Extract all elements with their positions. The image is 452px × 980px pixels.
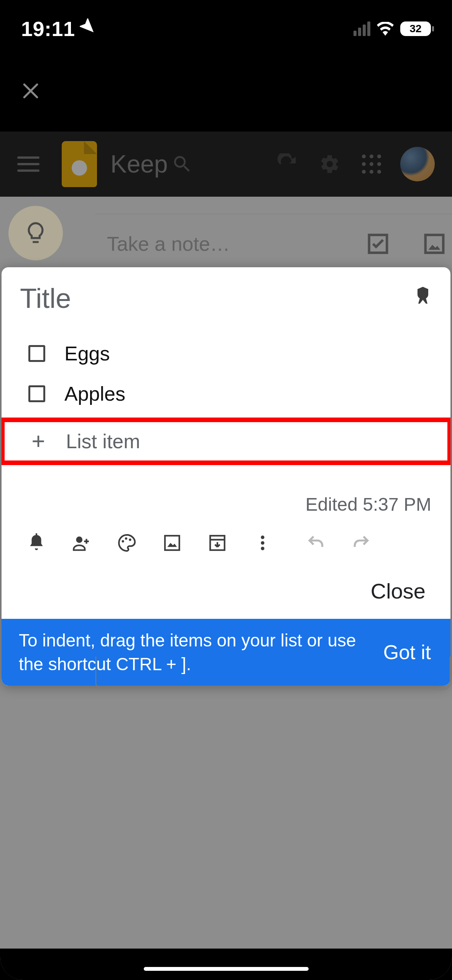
add-list-item-button[interactable]: List item — [15, 425, 437, 457]
checklist: Eggs Apples — [2, 333, 450, 414]
wifi-icon — [376, 22, 395, 36]
archive-icon[interactable] — [208, 533, 227, 552]
svg-point-2 — [76, 536, 82, 543]
svg-point-3 — [122, 540, 124, 543]
take-note-placeholder: Take a note… — [107, 232, 230, 255]
top-bar — [0, 50, 452, 132]
checklist-item-text[interactable]: Eggs — [64, 342, 110, 365]
svg-rect-6 — [165, 536, 179, 550]
svg-point-10 — [261, 547, 264, 550]
checkbox-icon[interactable] — [28, 385, 45, 402]
checklist-item[interactable]: Apples — [17, 373, 435, 414]
add-list-item-label: List item — [66, 430, 140, 453]
note-editor-card: Title Eggs Apples List item Edited 5:37 … — [2, 267, 450, 686]
svg-rect-1 — [426, 235, 444, 253]
menu-icon[interactable] — [17, 156, 39, 172]
new-image-note-icon[interactable] — [422, 232, 446, 256]
reminder-icon[interactable] — [27, 533, 46, 552]
checklist-item-text[interactable]: Apples — [64, 382, 125, 405]
note-toolbar — [2, 523, 450, 563]
search-icon[interactable] — [171, 153, 193, 175]
svg-point-4 — [125, 537, 127, 539]
home-indicator[interactable] — [144, 967, 309, 971]
svg-point-8 — [261, 536, 264, 539]
palette-icon[interactable] — [117, 533, 136, 552]
bottom-bar — [0, 949, 452, 980]
add-item-highlight: List item — [2, 418, 450, 465]
avatar[interactable] — [400, 147, 435, 181]
collaborator-icon[interactable] — [72, 533, 91, 552]
refresh-icon[interactable] — [276, 153, 297, 175]
status-bar: 19:11 32 — [0, 0, 452, 50]
plus-icon — [30, 433, 47, 450]
keep-header: Keep — [0, 132, 452, 197]
image-icon[interactable] — [163, 533, 182, 552]
status-time: 19:11 — [21, 17, 75, 41]
settings-gear-icon[interactable] — [319, 153, 340, 175]
edited-timestamp: Edited 5:37 PM — [2, 465, 450, 523]
svg-point-5 — [129, 539, 131, 541]
app-title: Keep — [110, 150, 168, 178]
background-note-outline — [95, 656, 450, 690]
cellular-signal-icon — [353, 21, 370, 36]
pin-icon[interactable] — [414, 287, 432, 310]
checkbox-icon[interactable] — [28, 345, 45, 362]
apps-grid-icon[interactable] — [362, 155, 381, 174]
redo-icon[interactable] — [352, 533, 371, 552]
close-button[interactable]: Close — [371, 579, 426, 603]
new-checklist-icon[interactable] — [366, 232, 390, 256]
undo-icon[interactable] — [306, 533, 325, 552]
location-services-icon — [80, 18, 97, 39]
lightbulb-fab[interactable] — [8, 206, 63, 260]
take-note-bar[interactable]: Take a note… — [95, 214, 452, 274]
battery-level: 32 — [409, 23, 421, 35]
battery-indicator: 32 — [400, 21, 431, 36]
keep-logo-icon — [62, 141, 97, 187]
svg-point-9 — [261, 541, 264, 544]
note-title-input[interactable]: Title — [20, 283, 414, 314]
checklist-item[interactable]: Eggs — [17, 333, 435, 373]
more-options-icon[interactable] — [253, 533, 272, 552]
close-icon[interactable] — [21, 81, 40, 100]
